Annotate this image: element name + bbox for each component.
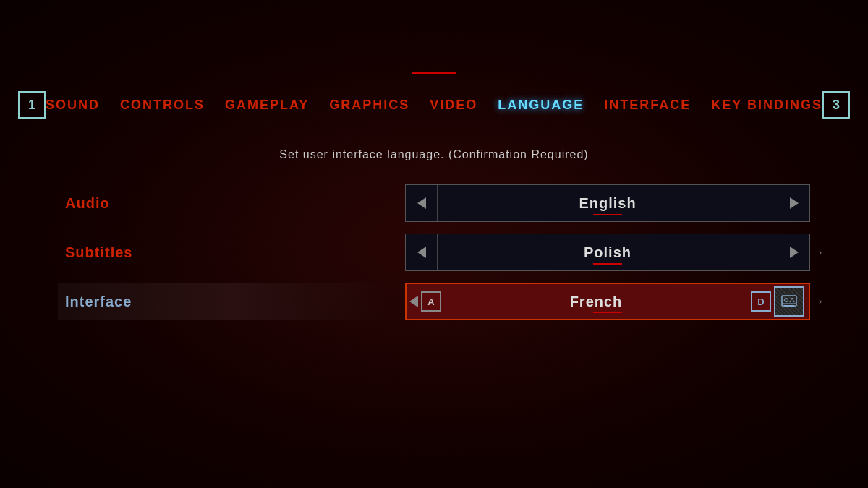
subtitles-right-arrow-icon bbox=[790, 247, 799, 258]
audio-next-button[interactable] bbox=[778, 185, 809, 221]
d-button-badge[interactable]: D bbox=[751, 291, 771, 312]
subtitles-next-button[interactable] bbox=[778, 234, 809, 270]
subtitles-side-hint: › bbox=[819, 247, 822, 257]
page-left-label: 1 bbox=[28, 98, 35, 113]
settings-icon bbox=[781, 295, 797, 308]
a-button-label: A bbox=[427, 296, 434, 307]
tab-language[interactable]: LANGUAGE bbox=[498, 95, 584, 116]
settings-area: Audio English Subtitles Polish › bbox=[58, 184, 810, 332]
subtitles-label: Subtitles bbox=[58, 244, 405, 261]
top-decorative-line bbox=[412, 72, 456, 74]
d-button-label: D bbox=[757, 296, 764, 307]
subtitles-left-arrow-icon bbox=[417, 247, 426, 258]
tab-interface[interactable]: INTERFACE bbox=[604, 95, 691, 116]
subtitles-prev-button[interactable] bbox=[406, 234, 438, 270]
tab-sound[interactable]: SOUND bbox=[46, 95, 100, 116]
tab-controls[interactable]: CONTROLS bbox=[120, 95, 205, 116]
d-icon-area bbox=[774, 286, 804, 317]
tab-gameplay[interactable]: GAMEPLAY bbox=[225, 95, 309, 116]
interface-label: Interface bbox=[58, 294, 405, 310]
page-right-label: 3 bbox=[833, 98, 840, 113]
interface-side-hint: › bbox=[819, 296, 822, 307]
tab-graphics[interactable]: GRAPHICS bbox=[329, 95, 409, 116]
audio-value: English bbox=[438, 195, 778, 212]
audio-left-arrow-icon bbox=[417, 197, 426, 209]
page-left-button[interactable]: 1 bbox=[18, 91, 46, 119]
interface-underline bbox=[593, 312, 622, 313]
interface-setting-row: Interface A French D bbox=[58, 283, 810, 320]
svg-rect-2 bbox=[784, 305, 794, 307]
nav-tabs: SOUND CONTROLS GAMEPLAY GRAPHICS VIDEO L… bbox=[46, 95, 822, 116]
tab-key-bindings[interactable]: KEY BINDINGS bbox=[711, 95, 822, 116]
svg-rect-0 bbox=[782, 296, 796, 306]
interface-left-arrow-icon bbox=[409, 296, 418, 307]
audio-right-arrow-icon bbox=[790, 197, 799, 209]
interface-value: French bbox=[443, 294, 749, 310]
a-button-badge[interactable]: A bbox=[421, 291, 441, 312]
page-right-button[interactable]: 3 bbox=[822, 91, 850, 119]
d-icon-pattern bbox=[775, 288, 803, 315]
subtitles-value: Polish bbox=[438, 244, 778, 261]
audio-label: Audio bbox=[58, 195, 405, 212]
interface-control: A French D bbox=[405, 283, 810, 320]
audio-underline bbox=[593, 214, 622, 215]
svg-point-3 bbox=[785, 299, 788, 302]
tab-video[interactable]: VIDEO bbox=[430, 95, 477, 116]
page-description: Set user interface language. (Confirmati… bbox=[0, 148, 868, 161]
subtitles-control: Polish bbox=[405, 234, 810, 271]
audio-prev-button[interactable] bbox=[406, 185, 438, 221]
audio-control: English bbox=[405, 184, 810, 222]
audio-setting-row: Audio English bbox=[58, 184, 810, 222]
subtitles-underline bbox=[593, 263, 622, 265]
subtitles-setting-row: Subtitles Polish › bbox=[58, 234, 810, 271]
description-text: Set user interface language. (Confirmati… bbox=[279, 148, 588, 160]
nav-bar: 1 SOUND CONTROLS GAMEPLAY GRAPHICS VIDEO… bbox=[0, 83, 868, 127]
